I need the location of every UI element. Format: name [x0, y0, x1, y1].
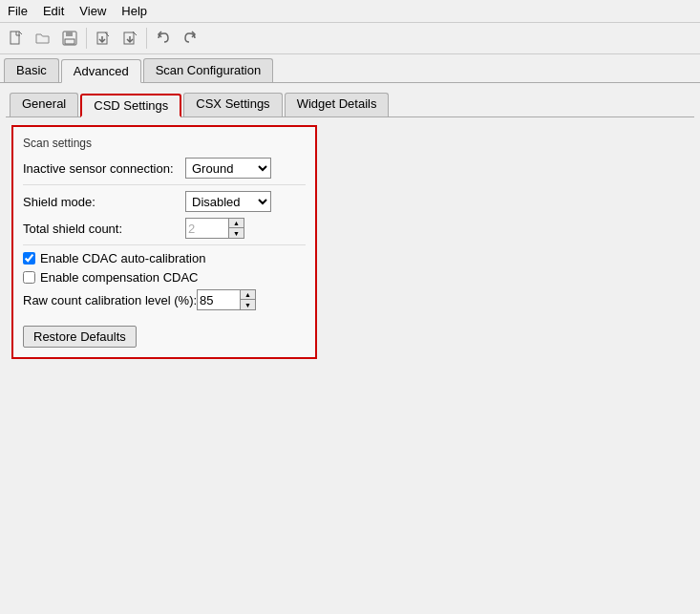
svg-rect-0 — [11, 32, 19, 44]
shield-mode-row: Shield mode: Disabled Active — [23, 191, 306, 212]
inactive-sensor-row: Inactive sensor connection: Ground High-… — [23, 158, 306, 179]
raw-count-arrows: ▲ ▼ — [240, 290, 255, 309]
svg-rect-4 — [65, 39, 74, 44]
open-button[interactable] — [31, 26, 55, 51]
total-shield-input[interactable] — [186, 219, 228, 238]
inactive-sensor-label: Inactive sensor connection: — [23, 161, 185, 176]
content-area: General CSD Settings CSX Settings Widget… — [0, 83, 700, 372]
tab-scan-configuration[interactable]: Scan Configuration — [143, 58, 274, 82]
undo-button[interactable] — [151, 26, 176, 51]
top-tabs: Basic Advanced Scan Configuration — [0, 54, 700, 83]
tab-widget-details[interactable]: Widget Details — [285, 93, 390, 116]
total-shield-down[interactable]: ▼ — [228, 228, 244, 238]
enable-cdac-row: Enable CDAC auto-calibration — [23, 251, 306, 265]
menubar: File Edit View Help — [0, 0, 700, 23]
raw-count-up[interactable]: ▲ — [240, 290, 255, 300]
total-shield-arrows: ▲ ▼ — [228, 219, 244, 238]
separator-2 — [23, 244, 306, 245]
new-button[interactable] — [4, 26, 29, 51]
enable-compensation-checkbox[interactable] — [23, 271, 35, 284]
tab-general[interactable]: General — [10, 93, 78, 116]
separator-1 — [23, 184, 306, 185]
settings-panel: Scan settings Inactive sensor connection… — [11, 125, 317, 359]
menu-file[interactable]: File — [0, 2, 35, 20]
restore-defaults-button[interactable]: Restore Defaults — [23, 326, 137, 348]
tab-csx-settings[interactable]: CSX Settings — [183, 93, 282, 116]
tab-advanced[interactable]: Advanced — [61, 59, 141, 83]
toolbar-separator-2 — [146, 28, 147, 49]
svg-rect-7 — [124, 32, 134, 44]
redo-button[interactable] — [178, 26, 202, 51]
raw-count-input[interactable] — [198, 290, 240, 309]
enable-cdac-checkbox[interactable] — [23, 252, 35, 265]
section-title: Scan settings — [23, 137, 306, 150]
enable-cdac-label[interactable]: Enable CDAC auto-calibration — [40, 251, 205, 265]
menu-view[interactable]: View — [72, 2, 114, 20]
enable-compensation-label[interactable]: Enable compensation CDAC — [40, 270, 198, 285]
total-shield-row: Total shield count: ▲ ▼ — [23, 218, 306, 239]
total-shield-spinbox[interactable]: ▲ ▼ — [185, 218, 244, 239]
total-shield-up[interactable]: ▲ — [228, 219, 244, 228]
raw-count-row: Raw count calibration level (%): ▲ ▼ — [23, 289, 306, 310]
sub-tabs: General CSD Settings CSX Settings Widget… — [6, 89, 694, 117]
raw-count-label: Raw count calibration level (%): — [23, 293, 197, 307]
menu-edit[interactable]: Edit — [35, 2, 72, 20]
tab-basic[interactable]: Basic — [4, 58, 59, 82]
save-button[interactable] — [57, 26, 82, 51]
menu-help[interactable]: Help — [114, 2, 155, 20]
tab-csd-settings[interactable]: CSD Settings — [80, 94, 181, 117]
raw-count-down[interactable]: ▼ — [240, 300, 255, 309]
shield-mode-select[interactable]: Disabled Active — [185, 191, 271, 212]
toolbar — [0, 23, 700, 54]
svg-rect-3 — [66, 32, 73, 36]
inactive-sensor-select[interactable]: Ground High-Z Shield — [185, 158, 271, 179]
export-button[interactable] — [91, 26, 116, 51]
total-shield-label: Total shield count: — [23, 222, 185, 236]
shield-mode-label: Shield mode: — [23, 195, 185, 209]
enable-compensation-row: Enable compensation CDAC — [23, 270, 306, 285]
raw-count-spinbox[interactable]: ▲ ▼ — [197, 289, 256, 310]
toolbar-separator-1 — [86, 28, 87, 49]
export2-button[interactable] — [117, 26, 142, 51]
